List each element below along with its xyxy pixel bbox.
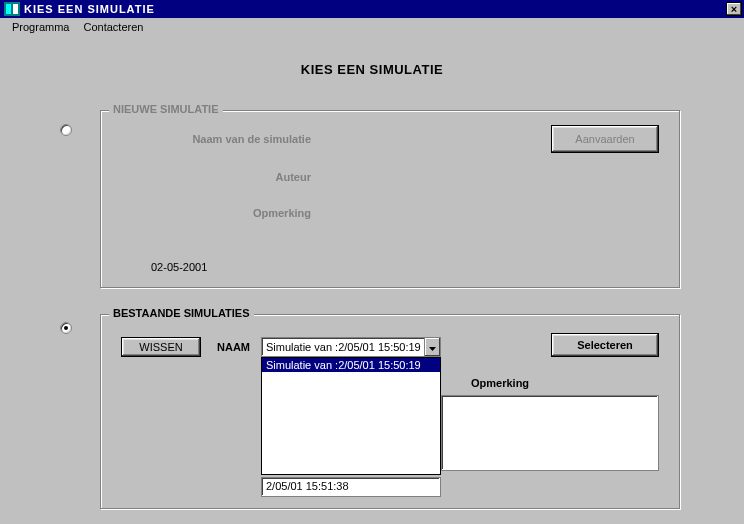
accept-button[interactable]: Aanvaarden (551, 125, 659, 153)
remark-column-label: Opmerking (471, 377, 529, 389)
delete-button-label: WISSEN (139, 341, 182, 353)
radio-new-simulation[interactable] (60, 124, 72, 136)
select-button-label: Selecteren (577, 339, 633, 351)
legend-existing: BESTAANDE SIMULATIES (109, 307, 254, 319)
remark-textbox[interactable] (441, 395, 659, 471)
dropdown-toggle[interactable] (424, 338, 440, 356)
label-remark: Opmerking (131, 207, 311, 219)
dropdown-value: Simulatie van :2/05/01 15:50:19 (266, 341, 424, 353)
dropdown-item-0[interactable]: Simulatie van :2/05/01 15:50:19 (262, 358, 440, 372)
page-title: KIES EEN SIMULATIE (0, 62, 744, 77)
client-area: KIES EEN SIMULATIE NIEUWE SIMULATIE Naam… (0, 36, 744, 524)
label-author: Auteur (131, 171, 311, 183)
svg-rect-2 (13, 4, 18, 14)
menubar: Programma Contacteren (0, 18, 744, 36)
menu-programma[interactable]: Programma (6, 20, 75, 34)
group-existing-simulations: BESTAANDE SIMULATIES WISSEN NAAM Simulat… (100, 314, 680, 509)
label-sim-name: Naam van de simulatie (131, 133, 311, 145)
legend-new-simulation: NIEUWE SIMULATIE (109, 103, 223, 115)
dropdown-list[interactable]: Simulatie van :2/05/01 15:50:19 (261, 357, 441, 475)
accept-button-label: Aanvaarden (575, 133, 634, 145)
close-button[interactable]: × (726, 2, 742, 16)
app-icon (4, 2, 20, 16)
select-button[interactable]: Selecteren (551, 333, 659, 357)
group-new-simulation: NIEUWE SIMULATIE Naam van de simulatie A… (100, 110, 680, 288)
svg-rect-1 (6, 4, 11, 14)
name-label: NAAM (217, 341, 250, 353)
delete-button[interactable]: WISSEN (121, 337, 201, 357)
date-textbox[interactable]: 2/05/01 15:51:38 (261, 477, 441, 497)
date-text: 02-05-2001 (151, 261, 207, 273)
close-icon: × (731, 3, 737, 15)
window-title: KIES EEN SIMULATIE (24, 3, 155, 15)
date-textbox-value: 2/05/01 15:51:38 (266, 480, 349, 492)
menu-contacteren[interactable]: Contacteren (77, 20, 149, 34)
chevron-down-icon (429, 341, 436, 353)
radio-existing-simulation[interactable] (60, 322, 72, 334)
simulation-dropdown[interactable]: Simulatie van :2/05/01 15:50:19 (261, 337, 441, 357)
titlebar: KIES EEN SIMULATIE × (0, 0, 744, 18)
svg-marker-3 (429, 347, 436, 351)
